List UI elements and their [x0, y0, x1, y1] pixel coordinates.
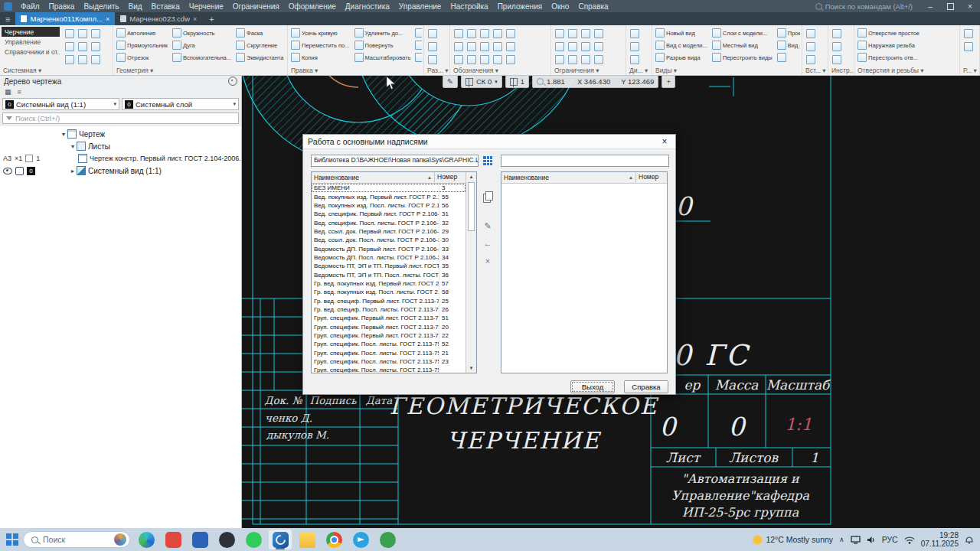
- ribbon-group-label[interactable]: Вст... ▾: [805, 67, 826, 74]
- list-row[interactable]: Ведомость ДП. Первый лист. ГОСТ Р 2.106-…: [312, 244, 466, 253]
- taskbar-app-telegram-icon[interactable]: [349, 530, 372, 549]
- taskbar-app-whatsapp-icon[interactable]: [242, 530, 265, 549]
- dialog-close-icon[interactable]: ×: [658, 136, 671, 147]
- ribbon-button[interactable]: Перестроить отв...: [856, 51, 921, 64]
- ribbon-button[interactable]: Усечь кривую: [289, 27, 351, 39]
- ribbon-icon[interactable]: [581, 29, 590, 38]
- ribbon-button[interactable]: Разбить кривую: [413, 27, 422, 39]
- new-tab-button[interactable]: +: [202, 15, 220, 24]
- ribbon-icon[interactable]: [806, 55, 815, 64]
- ribbon-icon[interactable]: [806, 42, 815, 51]
- edit-mode-button[interactable]: ✎: [443, 75, 458, 88]
- ribbon-icon[interactable]: [91, 55, 100, 64]
- list-row[interactable]: Вед. специфик. Первый лист. ГОСТ Р 2.106…: [312, 210, 466, 218]
- ribbon-button[interactable]: Копия: [289, 51, 351, 64]
- gear-icon[interactable]: [228, 77, 237, 86]
- ribbon-icon[interactable]: [506, 55, 515, 64]
- ribbon-icon[interactable]: [454, 29, 463, 38]
- menu-item[interactable]: Справка: [573, 0, 612, 12]
- menu-item[interactable]: Окно: [547, 0, 573, 12]
- list-row[interactable]: Ведомость ПТ, ЭП и ТП. Посл. листы. ГОСТ…: [312, 270, 466, 279]
- ribbon-icon[interactable]: [428, 55, 437, 64]
- list-row[interactable]: Груп. специфик. Посл. листы. ГОСТ 2.113-…: [312, 349, 466, 357]
- ribbon-group-label[interactable]: Виды ▾: [655, 67, 677, 74]
- list-row[interactable]: Вед. ссыл. док. Первый лист. ГОСТ Р 2.10…: [312, 227, 466, 236]
- ribbon-icon[interactable]: [568, 42, 577, 51]
- ribbon-icon[interactable]: [65, 42, 74, 51]
- document-tab[interactable]: Марченко011Компл...×: [15, 12, 115, 25]
- ribbon-group-label[interactable]: Правка ▾: [291, 67, 318, 74]
- ribbon-icon[interactable]: [594, 29, 603, 38]
- layer-state-icon[interactable]: [15, 167, 24, 175]
- list-row[interactable]: Груп. специфик. Первый лист. ГОСТ 2.113-…: [312, 314, 466, 322]
- ribbon-icon[interactable]: [65, 55, 74, 64]
- ribbon-button[interactable]: Вспомогательна...: [171, 51, 233, 64]
- visibility-eye-icon[interactable]: [3, 168, 12, 174]
- ribbon-group-label[interactable]: Раз... ▾: [427, 67, 449, 74]
- ribbon-icon[interactable]: [454, 55, 463, 64]
- hidden-icons-chevron[interactable]: ∧: [839, 536, 844, 543]
- ribbon-group-label[interactable]: Геометрия ▾: [116, 67, 153, 74]
- ribbon-icon[interactable]: [555, 29, 564, 38]
- ribbon-icon[interactable]: [806, 29, 815, 38]
- ribbon-icon[interactable]: [594, 42, 603, 51]
- crosshair-button[interactable]: +: [662, 75, 675, 88]
- clock[interactable]: 19:28 07.11.2025: [921, 531, 959, 549]
- ribbon-group-label[interactable]: Ди... ▾: [629, 67, 648, 74]
- ribbon-icon[interactable]: [832, 55, 841, 64]
- taskbar-app-red-app-icon[interactable]: [162, 530, 185, 549]
- ribbon-button[interactable]: Вид с модели...: [654, 39, 709, 51]
- tree-node-sheets[interactable]: ▾ Листы: [0, 140, 241, 152]
- ribbon-button[interactable]: Наружная резьба: [856, 39, 921, 51]
- list-row[interactable]: Вед. специфик. Посл. листы. ГОСТ Р 2.106…: [312, 218, 466, 227]
- library-path-field[interactable]: Библиотека D:\ВАЖНОЕ!\Новая папка\Sys\GR…: [311, 155, 479, 167]
- menu-item[interactable]: Оформление: [284, 0, 341, 12]
- ribbon-icon[interactable]: [630, 55, 639, 64]
- ribbon-button[interactable]: Деформация...: [413, 51, 422, 64]
- ribbon-icon[interactable]: [428, 29, 437, 38]
- ribbon-icon[interactable]: [581, 42, 590, 51]
- toolset-tab[interactable]: Справочники и от...: [2, 47, 60, 57]
- ribbon-icon[interactable]: [467, 55, 476, 64]
- scroll-up-icon[interactable]: ▲: [469, 172, 474, 181]
- ribbon-icon[interactable]: [428, 42, 437, 51]
- tree-filter-icon[interactable]: ≡: [18, 88, 21, 96]
- ribbon-icon[interactable]: [493, 42, 502, 51]
- library-grid-button[interactable]: [481, 154, 495, 168]
- list-row[interactable]: Вед. покупных изд. Первый лист. ГОСТ Р 2…: [312, 192, 466, 201]
- language-indicator[interactable]: РУС: [882, 535, 898, 544]
- list-row[interactable]: Груп. специфик. Посл. листы. ГОСТ 2.113-…: [312, 357, 466, 366]
- ribbon-button[interactable]: Автолиния: [115, 27, 169, 39]
- current-layer-select[interactable]: 0 Системный слой ▾: [122, 98, 239, 110]
- list-row[interactable]: Груп. специфик. Первый лист. ГОСТ 2.113-…: [312, 331, 466, 340]
- ribbon-icon[interactable]: [630, 29, 639, 38]
- ribbon-button[interactable]: Местный вид: [710, 39, 774, 51]
- ribbon-button[interactable]: Разрыв вида: [654, 51, 709, 64]
- ribbon-group-label[interactable]: Ограничения ▾: [554, 67, 599, 74]
- list-row[interactable]: Груп. специфик. Посл. листы. ГОСТ 2.113-…: [312, 366, 466, 373]
- tree-search-input[interactable]: Поиск (Ctrl+/): [2, 112, 239, 124]
- ribbon-icon[interactable]: [581, 55, 590, 64]
- ribbon-icon[interactable]: [506, 29, 515, 38]
- menu-item[interactable]: Вид: [124, 0, 147, 12]
- ribbon-button[interactable]: Фаска: [234, 27, 285, 39]
- ribbon-icon[interactable]: [555, 42, 564, 51]
- tree-view-mode-icon[interactable]: ▦: [5, 88, 11, 96]
- list-row[interactable]: Груп. специфик. Первый лист. ГОСТ 2.113-…: [312, 323, 466, 331]
- weather-widget[interactable]: 12°C Mostly sunny: [753, 535, 833, 544]
- list-header[interactable]: Наименование▲ Номер: [312, 172, 466, 184]
- menu-item[interactable]: Файл: [16, 0, 44, 12]
- ribbon-button[interactable]: Новый вид: [654, 27, 709, 39]
- menu-item[interactable]: Приложения: [493, 0, 547, 12]
- ribbon-button[interactable]: Проекционный вид: [776, 27, 800, 39]
- ribbon-icon[interactable]: [964, 29, 973, 38]
- list-row[interactable]: Вед. покупных изд. Посл. листы. ГОСТ Р 2…: [312, 201, 466, 210]
- ribbon-button[interactable]: Повернуть: [353, 39, 413, 51]
- ribbon-icon[interactable]: [506, 42, 515, 51]
- ribbon-icon[interactable]: [568, 55, 577, 64]
- current-view-select[interactable]: 0 Системный вид (1:1) ▾: [2, 98, 119, 110]
- taskbar-app-dark-app-icon[interactable]: [215, 530, 238, 549]
- snap-step-field[interactable]: 1: [505, 75, 529, 88]
- exit-button[interactable]: Выход: [570, 380, 615, 393]
- ribbon-icon[interactable]: [480, 29, 489, 38]
